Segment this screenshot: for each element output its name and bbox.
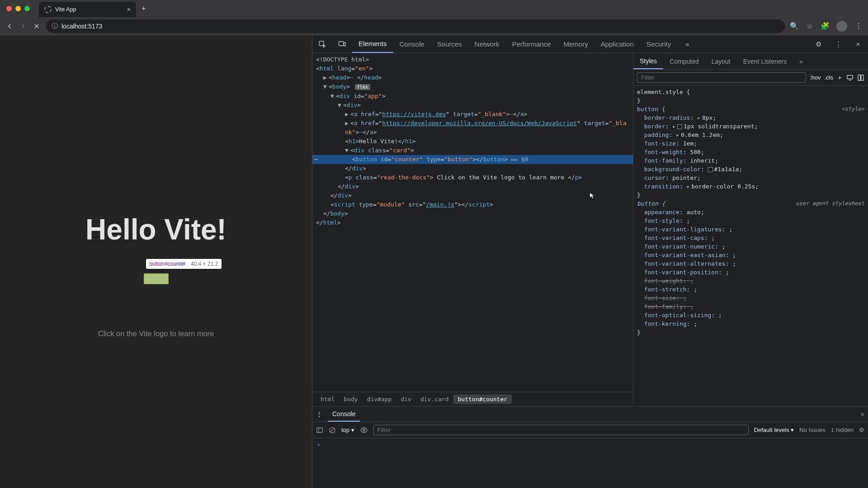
back-button[interactable]	[5, 22, 14, 30]
traffic-close[interactable]	[6, 6, 12, 11]
live-expression-icon[interactable]	[360, 426, 368, 434]
inspect-element-icon[interactable]	[312, 35, 332, 53]
styles-tab-styles[interactable]: Styles	[633, 53, 663, 69]
hidden-count: 1 hidden	[831, 427, 854, 433]
issues-indicator[interactable]: No Issues	[799, 427, 826, 433]
breadcrumb-item[interactable]: div	[396, 394, 415, 404]
devtools-tab-application[interactable]: Application	[594, 35, 640, 53]
new-tab-button[interactable]: +	[136, 5, 151, 13]
dom-line[interactable]: <script type="module" src="/main.js"></s…	[312, 200, 633, 209]
log-levels[interactable]: Default levels ▾	[754, 427, 794, 433]
cls-toggle[interactable]: .cls	[825, 74, 834, 81]
reload-stop-button[interactable]	[33, 22, 41, 30]
dom-line-selected[interactable]: ⋯<button id="counter" type="button"></bu…	[312, 155, 633, 164]
traffic-lights	[0, 6, 30, 11]
zoom-icon[interactable]: 🔍	[790, 22, 798, 30]
toolbar-right: 🔍 ☆ 🧩 ⋮	[790, 21, 863, 32]
console-tab[interactable]: Console	[328, 407, 360, 422]
traffic-max[interactable]	[24, 6, 30, 11]
devtools-tab-network[interactable]: Network	[468, 35, 506, 53]
dom-line[interactable]: </body>	[312, 209, 633, 218]
dom-line[interactable]: ▼<div class="card">	[312, 146, 633, 155]
styles-tab-event-listeners[interactable]: Event Listeners	[737, 53, 793, 69]
hov-toggle[interactable]: :hov	[810, 74, 821, 81]
mouse-cursor-icon	[589, 192, 596, 199]
breadcrumb[interactable]: htmlbodydiv#appdivdiv.cardbutton#counter	[312, 392, 633, 406]
breadcrumb-item[interactable]: body	[339, 394, 362, 404]
drawer-menu-icon[interactable]: ⋮	[316, 411, 322, 418]
devtools-tab-sources[interactable]: Sources	[431, 35, 468, 53]
dom-line[interactable]: </div>	[312, 191, 633, 200]
styles-panel: StylesComputedLayoutEvent Listeners» :ho…	[633, 53, 868, 406]
breadcrumb-item[interactable]: button#counter	[453, 394, 512, 404]
settings-icon[interactable]: ⚙	[808, 35, 828, 53]
dom-line[interactable]: </div>	[312, 164, 633, 173]
favicon-loading-icon	[44, 6, 52, 13]
elements-tree[interactable]: <!DOCTYPE html><html lang="en">▶<head>⋯ …	[312, 53, 633, 392]
dom-line[interactable]: ▼<body> flex	[312, 82, 633, 92]
breadcrumb-item[interactable]: div#app	[363, 394, 396, 404]
dom-line[interactable]: </div>	[312, 182, 633, 191]
dom-line[interactable]: ▼<div>	[312, 101, 633, 110]
styles-tabs: StylesComputedLayoutEvent Listeners»	[633, 53, 868, 70]
console-settings-icon[interactable]: ⚙	[859, 427, 864, 433]
url-text: localhost:5173	[61, 23, 102, 30]
devtools: ElementsConsoleSourcesNetworkPerformance…	[312, 35, 868, 488]
context-selector[interactable]: top ▾	[341, 427, 354, 433]
page-footer-text: Click on the Vite logo to learn more	[98, 329, 214, 338]
devtools-tab-elements[interactable]: Elements	[352, 35, 393, 53]
traffic-min[interactable]	[15, 6, 21, 11]
dom-line[interactable]: ▼<div id="app">	[312, 92, 633, 101]
console-drawer: ⋮ Console × top ▾ Default levels ▾ No Is…	[312, 406, 868, 488]
devtools-tab-console[interactable]: Console	[393, 35, 431, 53]
menu-icon[interactable]: ⋮	[854, 22, 863, 30]
devtools-menu-icon[interactable]: ⋮	[828, 35, 848, 53]
dom-line[interactable]: <!DOCTYPE html>	[312, 55, 633, 64]
console-output[interactable]: ›	[312, 438, 868, 488]
site-info-icon[interactable]: ⓘ	[52, 22, 58, 30]
url-field[interactable]: ⓘ localhost:5173	[46, 19, 785, 33]
dom-line[interactable]: </html>	[312, 218, 633, 227]
browser-tab[interactable]: Vite App ×	[39, 2, 136, 17]
breadcrumb-item[interactable]: html	[316, 394, 339, 404]
devtools-tab-memory[interactable]: Memory	[557, 35, 594, 53]
forward-button[interactable]	[19, 22, 27, 30]
svg-rect-7	[858, 75, 860, 80]
page-preview: Hello Vite! button#counter 40.4 × 21.2 C…	[0, 35, 312, 488]
inspect-overlay: button#counter 40.4 × 21.2	[144, 273, 169, 284]
sidebar-toggle-icon[interactable]	[316, 427, 323, 434]
svg-rect-5	[847, 75, 853, 79]
more-tabs-icon[interactable]: »	[677, 35, 697, 53]
clear-console-icon[interactable]	[329, 427, 336, 434]
styles-filter-input[interactable]	[637, 72, 806, 83]
extensions-icon[interactable]: 🧩	[821, 22, 829, 30]
close-drawer-icon[interactable]: ×	[861, 411, 864, 418]
device-toolbar-icon[interactable]	[332, 35, 352, 53]
bookmark-icon[interactable]: ☆	[806, 22, 814, 30]
devtools-tabs: ElementsConsoleSourcesNetworkPerformance…	[312, 35, 868, 53]
new-style-rule-icon[interactable]: ＋	[837, 74, 843, 82]
devtools-tab-performance[interactable]: Performance	[506, 35, 557, 53]
dom-line[interactable]: <p class="read-the-docs"> Click on the V…	[312, 173, 633, 182]
dom-line[interactable]: ▶<a href="https://vitejs.dev" target="_b…	[312, 110, 633, 119]
styles-tab-computed[interactable]: Computed	[663, 53, 705, 69]
svg-rect-8	[861, 75, 863, 80]
dom-line[interactable]: <html lang="en">	[312, 64, 633, 73]
styles-tab-layout[interactable]: Layout	[705, 53, 737, 69]
devtools-tab-security[interactable]: Security	[640, 35, 677, 53]
close-tab-icon[interactable]: ×	[127, 6, 131, 13]
styles-body[interactable]: element.style {}button {<style> border-r…	[633, 86, 868, 406]
styles-toolbar: :hov .cls ＋	[633, 70, 868, 86]
console-filter-input[interactable]	[373, 425, 749, 435]
dom-line[interactable]: ▶<head>⋯ </head>	[312, 73, 633, 82]
breadcrumb-item[interactable]: div.card	[416, 394, 453, 404]
dom-line[interactable]: ▶<a href="https://developer.mozilla.org/…	[312, 119, 633, 137]
device-emulation-icon[interactable]	[846, 74, 854, 81]
close-devtools-icon[interactable]: ×	[848, 35, 868, 53]
toggle-computed-icon[interactable]	[857, 74, 864, 81]
window-titlebar: Vite App × +	[0, 0, 868, 17]
dom-line[interactable]: <h1>Hello Vite!</h1>	[312, 137, 633, 146]
profile-avatar[interactable]	[836, 21, 847, 32]
styles-more-tabs-icon[interactable]: »	[793, 53, 809, 69]
inspect-highlight[interactable]	[144, 273, 169, 284]
